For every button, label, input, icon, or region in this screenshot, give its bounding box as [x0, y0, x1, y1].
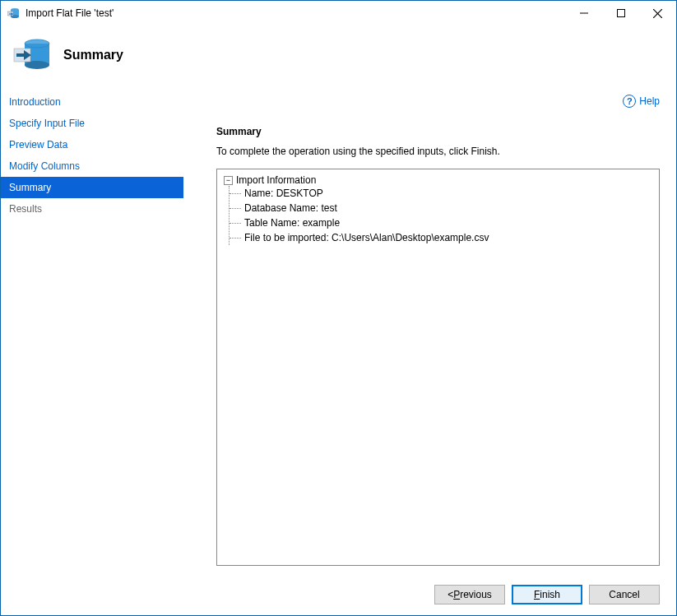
tree-leaf: Table Name: example [230, 215, 652, 230]
cancel-button[interactable]: Cancel [589, 585, 660, 604]
tree-root[interactable]: − Import Information [224, 174, 652, 186]
tree-leaf: Database Name: test [230, 201, 652, 215]
previous-button[interactable]: < Previous [434, 585, 505, 604]
titlebar: Import Flat File 'test' [1, 1, 676, 25]
wizard-sidebar: Introduction Specify Input File Preview … [1, 85, 183, 574]
content-pane: ? Help Summary To complete the operation… [183, 85, 676, 574]
sidebar-item-introduction[interactable]: Introduction [1, 91, 183, 113]
page-heading: Summary [63, 48, 123, 63]
summary-tree[interactable]: − Import Information Name: DESKTOP Datab… [216, 169, 660, 566]
window-title: Import Flat File 'test' [26, 7, 565, 19]
section-description: To complete the operation using the spec… [216, 146, 660, 157]
help-icon: ? [623, 95, 636, 108]
tree-collapse-icon[interactable]: − [224, 176, 233, 185]
help-link[interactable]: ? Help [623, 95, 660, 108]
finish-button[interactable]: Finish [512, 585, 582, 604]
wizard-header-icon [12, 35, 52, 75]
window-controls [565, 1, 676, 25]
sidebar-item-modify-columns[interactable]: Modify Columns [1, 155, 183, 177]
tree-leaf: File to be imported: C:\Users\Alan\Deskt… [230, 230, 652, 245]
body: Introduction Specify Input File Preview … [1, 85, 676, 574]
tree-leaf: Name: DESKTOP [230, 186, 652, 201]
tree-children: Name: DESKTOP Database Name: test Table … [229, 186, 652, 245]
help-label: Help [639, 95, 660, 107]
section-title: Summary [216, 126, 660, 137]
app-icon [7, 7, 21, 20]
sidebar-item-preview-data[interactable]: Preview Data [1, 134, 183, 155]
sidebar-item-results: Results [1, 198, 183, 220]
sidebar-item-summary[interactable]: Summary [1, 177, 183, 198]
maximize-button[interactable] [602, 1, 639, 25]
sidebar-item-specify-input-file[interactable]: Specify Input File [1, 113, 183, 134]
help-row: ? Help [216, 91, 660, 111]
header-band: Summary [1, 25, 676, 85]
close-button[interactable] [639, 1, 676, 25]
svg-point-10 [25, 61, 49, 69]
wizard-footer: < Previous Finish Cancel [1, 574, 676, 615]
minimize-button[interactable] [565, 1, 602, 25]
tree-root-label: Import Information [236, 174, 316, 186]
svg-rect-5 [617, 10, 624, 17]
